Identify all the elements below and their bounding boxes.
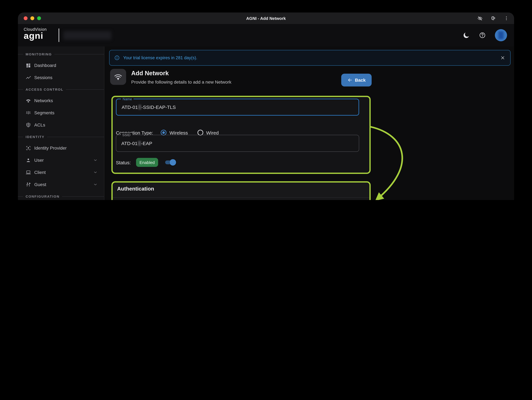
logo-divider bbox=[59, 28, 59, 42]
authentication-title: Authentication bbox=[117, 186, 154, 192]
sidebar-section-header: MONITORING bbox=[18, 49, 104, 59]
segments-icon bbox=[25, 110, 31, 116]
screenshot-canvas: AGNI - Add Network CloudVision agni bbox=[0, 0, 532, 200]
sidebar-item-dashboard[interactable]: Dashboard bbox=[18, 59, 104, 71]
status-row: Status: Enabled bbox=[116, 158, 176, 167]
dark-mode-moon-icon[interactable] bbox=[463, 32, 470, 39]
network-wifi-icon bbox=[110, 69, 126, 85]
sidebar-item-guest[interactable]: Guest bbox=[18, 178, 104, 191]
sidebar-section-header: CONFIGURATION bbox=[18, 191, 104, 200]
sidebar-item-sessions[interactable]: Sessions bbox=[18, 71, 104, 84]
info-icon bbox=[114, 55, 120, 60]
wireless-radio-label: Wireless bbox=[170, 130, 188, 135]
networks-icon bbox=[25, 98, 31, 103]
user-avatar[interactable] bbox=[495, 29, 507, 41]
annotation-highlight-network-form: Name ATD-01-SSID-EAP-TLS Connection Type… bbox=[111, 96, 371, 174]
browser-window: AGNI - Add Network CloudVision agni bbox=[18, 13, 514, 200]
chevron-down-icon bbox=[93, 170, 98, 174]
sidebar-item-label: Networks bbox=[34, 98, 53, 103]
sidebar-item-label: Identity Provider bbox=[34, 145, 67, 150]
sidebar-item-label: Client bbox=[34, 170, 46, 175]
status-label: Status: bbox=[116, 160, 131, 165]
app-header: CloudVision agni bbox=[18, 24, 514, 47]
chevron-down-icon bbox=[93, 182, 98, 187]
name-input[interactable]: Name ATD-01-SSID-EAP-TLS bbox=[116, 99, 359, 116]
redacted-char bbox=[138, 141, 141, 146]
divider bbox=[113, 197, 369, 198]
sidebar-item-label: Segments bbox=[34, 110, 54, 115]
sidebar-item-label: Guest bbox=[34, 182, 46, 187]
authentication-card: Authentication Authentication Type Clien… bbox=[113, 182, 369, 200]
trial-license-banner: Your trial license expires in 281 day(s)… bbox=[109, 50, 511, 66]
sidebar-item-label: Sessions bbox=[34, 75, 52, 80]
window-title: AGNI - Add Network bbox=[18, 13, 514, 24]
close-window-button[interactable] bbox=[24, 16, 27, 20]
org-name-redacted bbox=[63, 31, 111, 40]
status-badge: Enabled bbox=[136, 158, 158, 167]
status-toggle[interactable] bbox=[165, 159, 176, 166]
guest-icon bbox=[25, 182, 31, 187]
browser-menu-dots-icon[interactable] bbox=[504, 16, 509, 21]
sidebar-section-header: ACCESS CONTROL bbox=[18, 84, 104, 95]
chevron-down-icon bbox=[93, 158, 98, 162]
page-title: Add Network bbox=[131, 70, 169, 77]
page-subtitle: Provide the following details to add a n… bbox=[131, 79, 231, 84]
user-icon bbox=[25, 157, 31, 163]
sidebar-item-label: User bbox=[34, 158, 44, 163]
sidebar-item-user[interactable]: User bbox=[18, 154, 104, 166]
back-arrow-icon bbox=[347, 77, 352, 83]
sidebar-section-header: IDENTITY bbox=[18, 132, 104, 142]
logo-agni: agni bbox=[24, 32, 47, 40]
maximize-window-button[interactable] bbox=[37, 16, 41, 20]
minimize-window-button[interactable] bbox=[30, 16, 34, 20]
banner-close-icon[interactable] bbox=[500, 55, 505, 60]
cloudvision-agni-logo: CloudVision agni bbox=[24, 27, 47, 40]
sidebar-item-segments[interactable]: Segments bbox=[18, 107, 104, 119]
authentication-type-label: Authentication Type bbox=[122, 200, 156, 200]
help-icon[interactable] bbox=[479, 32, 486, 39]
extensions-puzzle-icon[interactable] bbox=[491, 16, 496, 21]
main-content: Your trial license expires in 281 day(s)… bbox=[104, 46, 514, 200]
window-titlebar: AGNI - Add Network bbox=[18, 13, 514, 24]
wired-radio-label: Wired bbox=[206, 130, 219, 135]
wired-radio[interactable] bbox=[197, 130, 203, 135]
sidebar-item-networks[interactable]: Networks bbox=[18, 95, 104, 107]
sidebar-item-label: ACLs bbox=[34, 122, 45, 128]
trial-license-text: Your trial license expires in 281 day(s)… bbox=[123, 55, 197, 60]
hide-eye-icon[interactable] bbox=[477, 16, 483, 21]
sidebar-item-identity-provider[interactable]: Identity Provider bbox=[18, 142, 104, 154]
redacted-char bbox=[138, 105, 141, 110]
sidebar: MONITORINGDashboardSessionsACCESS CONTRO… bbox=[18, 46, 104, 200]
acls-icon bbox=[25, 122, 31, 128]
sessions-icon bbox=[25, 75, 31, 80]
sidebar-item-label: Dashboard bbox=[34, 63, 56, 68]
wireless-radio[interactable] bbox=[161, 130, 167, 135]
dashboard-icon bbox=[25, 63, 31, 68]
client-icon bbox=[25, 170, 31, 175]
identity-provider-icon bbox=[25, 145, 31, 151]
sidebar-item-acls[interactable]: ACLs bbox=[18, 119, 104, 131]
traffic-lights bbox=[24, 16, 41, 20]
sidebar-item-client[interactable]: Client bbox=[18, 166, 104, 178]
back-button[interactable]: Back bbox=[341, 74, 372, 86]
ssid-input[interactable]: SSID ATD-01-EAP bbox=[116, 135, 359, 152]
